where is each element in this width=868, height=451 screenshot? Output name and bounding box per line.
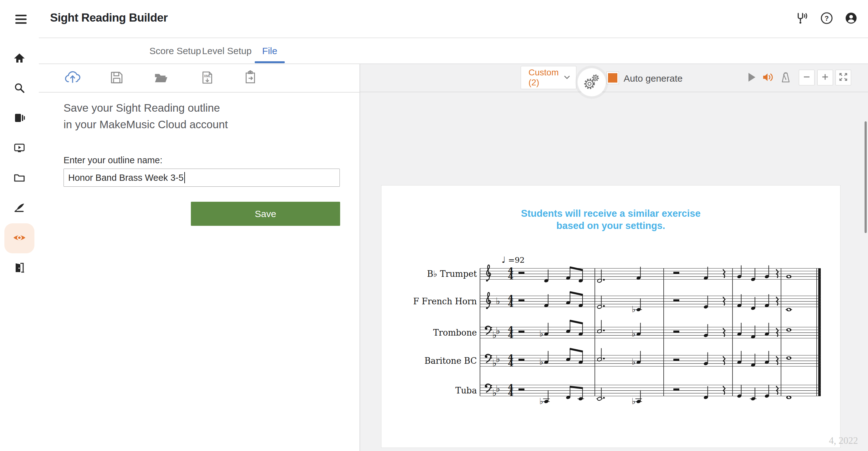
svg-text:♭: ♭ <box>632 329 636 339</box>
text-caret <box>184 172 185 183</box>
svg-text:♭: ♭ <box>632 357 636 366</box>
chevron-down-icon <box>563 73 571 82</box>
tuner-icon <box>794 11 808 27</box>
svg-text:4: 4 <box>508 272 514 281</box>
svg-text:♭: ♭ <box>539 329 544 339</box>
eye-icon <box>12 230 27 247</box>
question-glyph: ? <box>825 14 829 22</box>
menu-icon[interactable] <box>16 15 27 27</box>
speaker-icon <box>761 70 775 86</box>
plus-icon <box>820 72 830 83</box>
svg-text:Baritone BC: Baritone BC <box>424 356 477 366</box>
open-folder-icon <box>152 68 170 88</box>
zoom-out-button[interactable] <box>799 70 814 86</box>
tab-score-setup[interactable]: Score Setup <box>149 46 201 56</box>
save-file-button[interactable] <box>105 67 128 90</box>
svg-text:=92: =92 <box>508 256 525 265</box>
svg-text:♭: ♭ <box>492 387 497 398</box>
open-file-button[interactable] <box>150 67 173 90</box>
svg-text:4: 4 <box>508 359 514 368</box>
svg-text:B♭ Trumpet: B♭ Trumpet <box>427 269 477 279</box>
heading-line-1: Save your Sight Reading outline <box>64 99 228 116</box>
floppy-save-icon <box>107 68 126 88</box>
zoom-in-button[interactable] <box>817 70 833 86</box>
sidebar <box>0 0 39 451</box>
video-player-icon <box>12 141 26 156</box>
metronome-icon <box>779 70 793 86</box>
sidebar-item-files[interactable] <box>7 166 31 190</box>
sidebar-item-library[interactable] <box>7 107 31 130</box>
svg-text:F French Horn: F French Horn <box>413 296 477 306</box>
home-icon <box>12 51 26 66</box>
play-button[interactable] <box>745 71 757 85</box>
quill-pen-icon <box>12 201 26 216</box>
score-preview-paper: Students will receive a similar exercise… <box>381 185 840 448</box>
svg-text:4: 4 <box>508 299 514 309</box>
settings-button[interactable] <box>577 68 606 97</box>
outline-name-label: Enter your outline name: <box>64 155 162 165</box>
active-tab-indicator <box>255 61 285 63</box>
svg-text:♭: ♭ <box>632 396 636 406</box>
assign-button[interactable] <box>239 67 261 90</box>
clipboard-export-icon <box>241 68 259 88</box>
score-date-fragment: 4, 2022 <box>829 435 858 446</box>
help-button[interactable]: ? <box>818 10 835 28</box>
cloud-save-button[interactable] <box>61 67 84 90</box>
preview-pane: Custom (2) Auto generate <box>360 64 868 451</box>
gears-icon <box>581 71 602 93</box>
search-icon <box>12 81 26 96</box>
header-divider <box>39 37 868 38</box>
play-icon <box>745 71 757 85</box>
svg-text:♭: ♭ <box>539 396 544 406</box>
cloud-upload-icon <box>63 68 82 89</box>
svg-text:♭: ♭ <box>492 357 497 368</box>
library-icon <box>12 111 26 126</box>
tab-level-setup[interactable]: Level Setup <box>202 46 252 56</box>
account-icon <box>844 11 858 27</box>
fullscreen-button[interactable] <box>835 70 851 86</box>
outline-name-input[interactable]: Honor Band Brass Week 3-5 <box>64 168 340 187</box>
sidebar-item-video[interactable] <box>7 136 31 160</box>
exercise-type-select[interactable]: Custom (2) <box>521 66 577 89</box>
vertical-scrollbar[interactable] <box>865 121 867 233</box>
svg-text:Tuba: Tuba <box>455 386 477 395</box>
sidebar-item-home[interactable] <box>7 47 31 71</box>
account-button[interactable] <box>842 10 860 28</box>
sidebar-item-exit[interactable] <box>7 256 31 280</box>
auto-generate-label: Auto generate <box>624 73 682 84</box>
svg-text:♭: ♭ <box>539 357 544 366</box>
panel-heading: Save your Sight Reading outline in your … <box>64 99 228 133</box>
metronome-button[interactable] <box>779 70 793 86</box>
save-button[interactable]: Save <box>191 202 340 226</box>
fullscreen-icon <box>838 72 848 83</box>
svg-text:♭: ♭ <box>496 296 500 307</box>
sidebar-item-composition[interactable] <box>7 196 31 220</box>
tuner-button[interactable] <box>792 10 810 28</box>
sidebar-item-search[interactable] <box>7 77 31 100</box>
score-preview: ♩=92B♭ Trumpet44F French Horn♭44♭Trombon… <box>381 186 841 448</box>
outline-name-value: Honor Band Brass Week 3-5 <box>68 173 184 183</box>
help-icon: ? <box>819 11 834 27</box>
auto-generate-checkbox[interactable] <box>607 72 619 84</box>
door-exit-icon <box>12 261 26 276</box>
page-title: Sight Reading Builder <box>50 11 168 24</box>
xml-file-icon: XML <box>198 68 216 88</box>
minus-icon <box>802 72 811 83</box>
heading-line-2: in your MakeMusic Cloud account <box>64 116 228 133</box>
folder-icon <box>12 171 26 186</box>
audio-button[interactable] <box>761 70 775 86</box>
exercise-type-value: Custom (2) <box>528 68 563 88</box>
svg-text:♩: ♩ <box>502 255 506 265</box>
checkbox-fill <box>608 73 617 83</box>
sight-reading-builder-app: { "app": { "title": "Sight Reading Build… <box>0 0 868 451</box>
sidebar-item-sight-reading[interactable] <box>7 226 31 250</box>
svg-text:Trombone: Trombone <box>433 328 477 337</box>
svg-text:♭: ♭ <box>632 304 636 314</box>
svg-text:4: 4 <box>508 388 514 398</box>
export-xml-button[interactable]: XML <box>196 67 218 90</box>
tab-file[interactable]: File <box>262 46 277 56</box>
xml-label: XML <box>204 74 211 78</box>
svg-text:4: 4 <box>508 331 514 340</box>
svg-text:♭: ♭ <box>492 329 497 340</box>
